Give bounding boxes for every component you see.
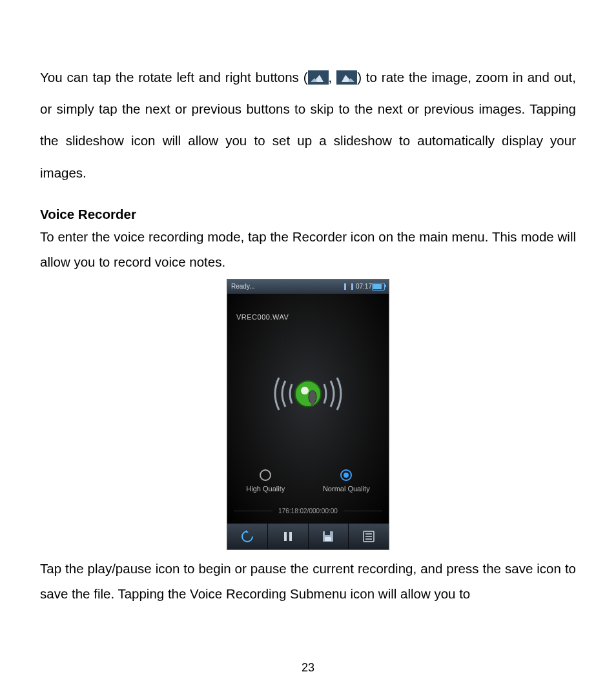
battery-icon bbox=[372, 283, 385, 291]
text-fragment: , bbox=[329, 70, 337, 85]
text-fragment: ) to rate the image, zoom in and out, or… bbox=[40, 70, 576, 180]
page-number: 23 bbox=[0, 661, 616, 675]
quality-normal-label: Normal Quality bbox=[323, 485, 370, 493]
text-fragment: tap the rotate left and right buttons ( bbox=[92, 70, 307, 85]
svg-marker-11 bbox=[246, 530, 249, 533]
rotate-left-icon bbox=[308, 70, 329, 85]
svg-rect-12 bbox=[284, 532, 287, 541]
svg-rect-15 bbox=[325, 531, 330, 535]
status-pause-icon bbox=[344, 283, 353, 290]
recorder-body: VREC000.WAV bbox=[227, 294, 389, 524]
quality-high-label: High Quality bbox=[246, 485, 285, 493]
svg-rect-16 bbox=[325, 537, 331, 541]
svg-point-8 bbox=[301, 387, 309, 394]
radio-off-icon bbox=[260, 469, 271, 481]
submenu-button[interactable] bbox=[349, 524, 389, 549]
status-center: 07:17 bbox=[344, 283, 372, 290]
back-button[interactable] bbox=[227, 524, 268, 549]
quality-high[interactable]: High Quality bbox=[246, 469, 285, 493]
recorder-toolbar bbox=[227, 524, 389, 549]
recording-time-value: 176:18:02/000:00:00 bbox=[278, 507, 338, 515]
recording-filename: VREC000.WAV bbox=[236, 313, 289, 321]
recording-time: 176:18:02/000:00:00 bbox=[227, 507, 389, 515]
radio-on-icon bbox=[340, 469, 352, 481]
rotate-right-icon bbox=[336, 70, 357, 85]
text-fragment: You can bbox=[40, 70, 92, 85]
status-bar: Ready... 07:17 bbox=[227, 280, 389, 294]
section-heading: Voice Recorder bbox=[40, 207, 576, 222]
paragraph-image-viewer: You can tap the rotate left and right bu… bbox=[40, 61, 576, 189]
paragraph-voice-recorder-intro: To enter the voice recording mode, tap t… bbox=[40, 225, 576, 275]
recorder-screenshot: Ready... 07:17 VREC000.WAV bbox=[227, 279, 389, 550]
paragraph-recorder-controls: Tap the play/pause icon to begin or paus… bbox=[40, 556, 576, 607]
save-button[interactable] bbox=[309, 524, 349, 549]
document-page: You can tap the rotate left and right bu… bbox=[0, 0, 616, 694]
svg-rect-10 bbox=[311, 402, 314, 406]
play-pause-button[interactable] bbox=[268, 524, 309, 549]
svg-point-9 bbox=[309, 391, 316, 403]
svg-rect-13 bbox=[289, 532, 292, 541]
status-text: Ready... bbox=[231, 283, 344, 290]
quality-normal[interactable]: Normal Quality bbox=[323, 469, 370, 493]
recorder-graphic bbox=[227, 365, 389, 423]
screenshot-wrapper: Ready... 07:17 VREC000.WAV bbox=[40, 279, 576, 550]
quality-options: High Quality Normal Quality bbox=[227, 469, 389, 493]
status-right bbox=[372, 283, 385, 291]
status-time: 07:17 bbox=[356, 283, 372, 290]
